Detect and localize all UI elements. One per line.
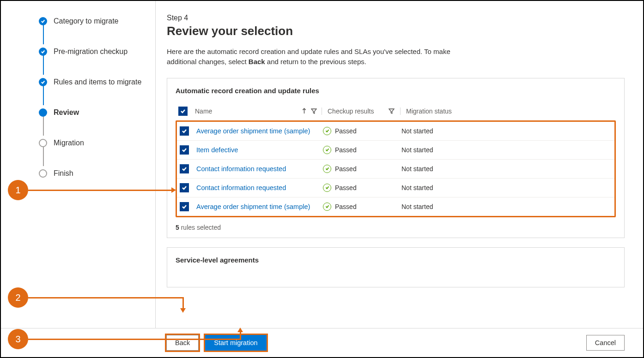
step-label: Review: [54, 108, 79, 117]
step-kicker: Step 4: [167, 14, 625, 22]
row-checkbox[interactable]: [180, 202, 189, 211]
migration-status: Not started: [401, 184, 462, 191]
rule-name-link[interactable]: Average order shipment time (sample): [196, 203, 323, 210]
migration-status: Not started: [401, 165, 462, 173]
footer-bar: Back Start migration Cancel: [1, 328, 643, 357]
table-row[interactable]: Item defectivePassedNot started: [177, 140, 614, 159]
rule-name-link[interactable]: Average order shipment time (sample): [196, 127, 323, 135]
check-circle-icon: [323, 165, 331, 173]
step-label: Pre-migration checkup: [54, 48, 128, 56]
migration-status: Not started: [401, 127, 462, 135]
back-button[interactable]: Back: [166, 335, 199, 351]
check-circle-icon: [323, 146, 331, 154]
callout-3: 3: [8, 329, 28, 349]
check-circle-icon: [323, 203, 331, 211]
empty-circle-icon: [39, 139, 47, 147]
rule-name-link[interactable]: Item defective: [196, 146, 323, 154]
rules-card-title: Automatic record creation and update rul…: [176, 87, 616, 95]
main-content: Step 4 Review your selection Here are th…: [156, 1, 643, 357]
rule-name-link[interactable]: Contact information requested: [196, 184, 323, 191]
page-title: Review your selection: [167, 24, 625, 38]
step-label: Category to migrate: [54, 17, 119, 25]
check-circle-icon: [39, 17, 47, 25]
checkup-result: Passed: [335, 165, 357, 173]
callout-2: 2: [8, 287, 28, 308]
check-circle-icon: [39, 78, 47, 86]
step-finish[interactable]: Finish: [39, 166, 146, 181]
intro-text: Here are the automatic record creation a…: [167, 47, 462, 67]
rules-table: Name Checkup results Migration status: [176, 104, 616, 217]
table-row[interactable]: Contact information requestedPassedNot s…: [177, 159, 614, 178]
step-label: Finish: [54, 169, 73, 178]
sort-asc-icon[interactable]: [301, 108, 307, 114]
callout-3-line-v: [240, 332, 241, 340]
column-migration[interactable]: Migration status: [406, 107, 452, 115]
row-checkbox[interactable]: [180, 183, 189, 192]
migration-status: Not started: [401, 203, 462, 210]
sla-card: Service-level agreements: [167, 247, 625, 287]
callout-2-arrow: [180, 308, 186, 313]
migration-status: Not started: [401, 146, 462, 154]
step-review[interactable]: Review: [39, 105, 146, 120]
current-step-icon: [39, 108, 47, 117]
rules-card: Automatic record creation and update rul…: [167, 78, 625, 238]
step-category-to-migrate[interactable]: Category to migrate: [39, 14, 146, 29]
callout-1-arrow: [171, 187, 176, 193]
sla-card-title: Service-level agreements: [176, 256, 616, 264]
callout-3-arrow: [237, 328, 243, 332]
column-checkup[interactable]: Checkup results: [328, 107, 374, 115]
start-migration-button[interactable]: Start migration: [205, 335, 266, 351]
checkup-result: Passed: [335, 127, 357, 135]
step-label: Migration: [54, 139, 84, 147]
row-checkbox[interactable]: [180, 145, 189, 155]
table-row[interactable]: Average order shipment time (sample)Pass…: [177, 122, 614, 140]
step-migration[interactable]: Migration: [39, 136, 146, 150]
selected-count: 5 rules selected: [176, 224, 616, 231]
checkup-result: Passed: [335, 203, 357, 210]
step-label: Rules and items to migrate: [54, 78, 141, 86]
rules-table-body: Average order shipment time (sample)Pass…: [176, 120, 616, 217]
cancel-button[interactable]: Cancel: [586, 335, 625, 351]
callout-1: 1: [8, 180, 28, 200]
table-row[interactable]: Average order shipment time (sample)Pass…: [177, 197, 614, 216]
filter-icon[interactable]: [311, 108, 317, 114]
check-circle-icon: [39, 48, 47, 56]
column-name[interactable]: Name: [195, 107, 212, 115]
check-circle-icon: [323, 184, 331, 192]
table-row[interactable]: Contact information requestedPassedNot s…: [177, 178, 614, 197]
check-circle-icon: [323, 127, 331, 135]
row-checkbox[interactable]: [180, 126, 189, 136]
step-rules-and-items-to-migrate[interactable]: Rules and items to migrate: [39, 75, 146, 90]
checkup-result: Passed: [335, 146, 357, 154]
callout-2-line-v: [182, 297, 184, 308]
select-all-checkbox[interactable]: [178, 107, 188, 116]
callout-3-line-h: [28, 339, 241, 340]
rule-name-link[interactable]: Contact information requested: [196, 165, 323, 173]
callout-1-line: [28, 190, 171, 191]
row-checkbox[interactable]: [180, 164, 189, 173]
callout-2-line-h: [28, 297, 183, 298]
empty-circle-icon: [39, 169, 47, 178]
checkup-result: Passed: [335, 184, 357, 191]
step-pre-migration-checkup[interactable]: Pre-migration checkup: [39, 44, 146, 59]
table-header: Name Checkup results Migration status: [176, 104, 616, 120]
filter-icon[interactable]: [389, 108, 395, 114]
